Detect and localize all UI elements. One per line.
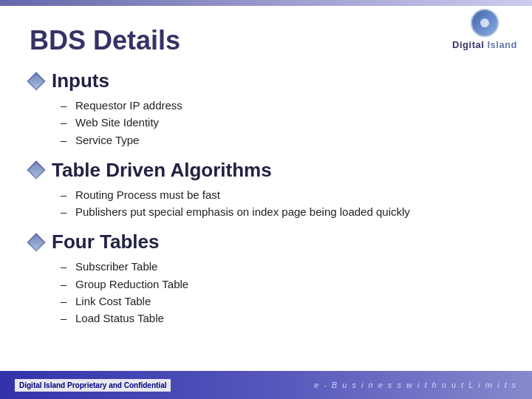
section-table-driven: Table Driven Algorithms – Routing Proces… (30, 159, 510, 221)
list-item: – Service Type (61, 132, 510, 149)
item-text: Group Reduction Table (75, 276, 510, 293)
list-item: – Load Status Table (61, 310, 510, 327)
item-text: Service Type (75, 132, 510, 149)
diamond-icon-inputs (27, 72, 45, 90)
diamond-icon-four (27, 233, 45, 251)
dash-icon: – (61, 293, 69, 310)
section-four-title: Four Tables (52, 231, 159, 253)
dash-icon: – (61, 310, 69, 327)
list-item: – Routing Process must be fast (61, 186, 510, 203)
content-area: Inputs – Requestor IP address – Web Site… (22, 69, 510, 327)
inputs-list: – Requestor IP address – Web Site Identi… (30, 97, 510, 149)
section-four-tables: Four Tables – Subscriber Table – Group R… (30, 231, 510, 327)
diamond-icon-table (27, 161, 45, 180)
list-item: – Requestor IP address (61, 97, 510, 114)
dash-icon: – (61, 186, 69, 203)
bottom-bar: Digital Island Proprietary and Confident… (0, 371, 532, 399)
slide-title: BDS Details (22, 25, 510, 56)
item-text: Link Cost Table (75, 293, 510, 310)
section-inputs-header: Inputs (30, 69, 510, 92)
footer-right: e - B u s i n e s s w i t h o u t L i m … (314, 381, 517, 389)
item-text: Requestor IP address (75, 97, 510, 114)
item-text: Subscriber Table (75, 258, 510, 275)
item-text: Routing Process must be fast (75, 186, 510, 203)
item-text: Load Status Table (75, 310, 510, 327)
dash-icon: – (61, 114, 69, 131)
section-four-header: Four Tables (30, 231, 510, 253)
table-list: – Routing Process must be fast – Publish… (30, 186, 510, 221)
logo-area: Digital Island (452, 9, 517, 50)
logo-circle-inner (480, 18, 489, 27)
section-table-header: Table Driven Algorithms (30, 159, 510, 182)
dash-icon: – (61, 258, 69, 275)
section-table-title: Table Driven Algorithms (52, 159, 272, 182)
dash-icon: – (61, 203, 69, 220)
item-text: Publishers put special emphasis on index… (75, 203, 510, 220)
list-item: – Group Reduction Table (61, 276, 510, 293)
list-item: – Link Cost Table (61, 293, 510, 310)
list-item: – Subscriber Table (61, 258, 510, 275)
item-text: Web Site Identity (75, 114, 510, 131)
section-inputs-title: Inputs (52, 69, 109, 92)
list-item: – Publishers put special emphasis on ind… (61, 203, 510, 220)
top-bar (0, 0, 532, 6)
dash-icon: – (61, 132, 69, 149)
section-inputs: Inputs – Requestor IP address – Web Site… (30, 69, 510, 149)
logo-text: Digital Island (452, 39, 517, 50)
footer-left: Digital Island Proprietary and Confident… (15, 379, 171, 392)
dash-icon: – (61, 276, 69, 293)
slide: Digital Island BDS Details Inputs – Requ… (0, 0, 532, 399)
list-item: – Web Site Identity (61, 114, 510, 131)
four-tables-list: – Subscriber Table – Group Reduction Tab… (30, 258, 510, 327)
logo-circle (471, 9, 499, 37)
dash-icon: – (61, 97, 69, 114)
